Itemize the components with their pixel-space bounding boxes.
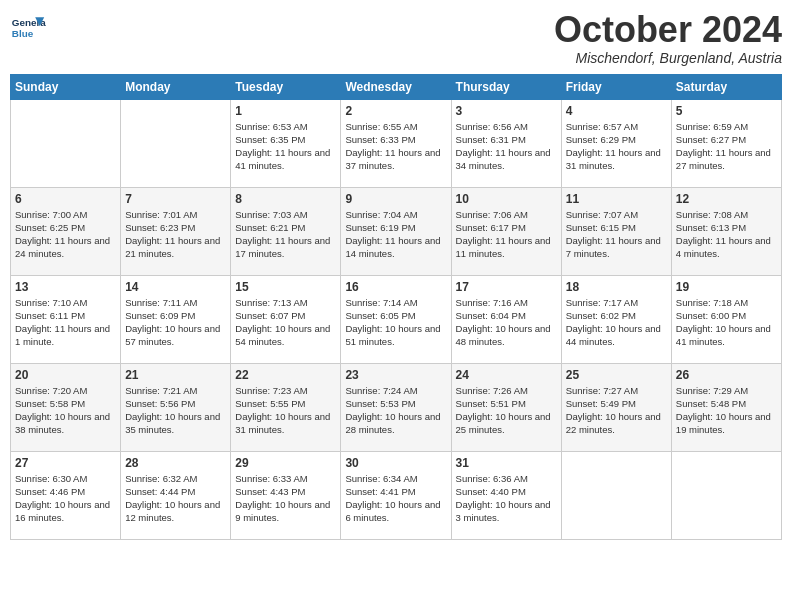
day-info: Sunrise: 6:56 AMSunset: 6:31 PMDaylight:… [456, 120, 557, 173]
weekday-header-friday: Friday [561, 74, 671, 99]
day-number: 11 [566, 192, 667, 206]
day-info: Sunrise: 6:30 AMSunset: 4:46 PMDaylight:… [15, 472, 116, 525]
calendar-cell [561, 451, 671, 539]
day-number: 30 [345, 456, 446, 470]
calendar-cell: 1Sunrise: 6:53 AMSunset: 6:35 PMDaylight… [231, 99, 341, 187]
page-header: General Blue October 2024 Mischendorf, B… [10, 10, 782, 66]
day-info: Sunrise: 7:07 AMSunset: 6:15 PMDaylight:… [566, 208, 667, 261]
day-info: Sunrise: 7:23 AMSunset: 5:55 PMDaylight:… [235, 384, 336, 437]
logo-icon: General Blue [10, 10, 46, 46]
day-info: Sunrise: 7:21 AMSunset: 5:56 PMDaylight:… [125, 384, 226, 437]
day-number: 10 [456, 192, 557, 206]
day-number: 2 [345, 104, 446, 118]
calendar-cell [121, 99, 231, 187]
calendar-cell: 21Sunrise: 7:21 AMSunset: 5:56 PMDayligh… [121, 363, 231, 451]
day-info: Sunrise: 7:10 AMSunset: 6:11 PMDaylight:… [15, 296, 116, 349]
day-number: 23 [345, 368, 446, 382]
calendar-cell: 8Sunrise: 7:03 AMSunset: 6:21 PMDaylight… [231, 187, 341, 275]
calendar-cell: 29Sunrise: 6:33 AMSunset: 4:43 PMDayligh… [231, 451, 341, 539]
calendar-cell: 26Sunrise: 7:29 AMSunset: 5:48 PMDayligh… [671, 363, 781, 451]
calendar-cell: 23Sunrise: 7:24 AMSunset: 5:53 PMDayligh… [341, 363, 451, 451]
calendar-cell: 28Sunrise: 6:32 AMSunset: 4:44 PMDayligh… [121, 451, 231, 539]
day-info: Sunrise: 7:16 AMSunset: 6:04 PMDaylight:… [456, 296, 557, 349]
logo: General Blue [10, 10, 50, 46]
calendar-cell: 14Sunrise: 7:11 AMSunset: 6:09 PMDayligh… [121, 275, 231, 363]
calendar-cell: 24Sunrise: 7:26 AMSunset: 5:51 PMDayligh… [451, 363, 561, 451]
day-number: 9 [345, 192, 446, 206]
calendar-cell: 20Sunrise: 7:20 AMSunset: 5:58 PMDayligh… [11, 363, 121, 451]
day-number: 5 [676, 104, 777, 118]
calendar-cell: 15Sunrise: 7:13 AMSunset: 6:07 PMDayligh… [231, 275, 341, 363]
calendar-week-5: 27Sunrise: 6:30 AMSunset: 4:46 PMDayligh… [11, 451, 782, 539]
weekday-header-wednesday: Wednesday [341, 74, 451, 99]
calendar-cell: 13Sunrise: 7:10 AMSunset: 6:11 PMDayligh… [11, 275, 121, 363]
weekday-header-saturday: Saturday [671, 74, 781, 99]
day-info: Sunrise: 6:59 AMSunset: 6:27 PMDaylight:… [676, 120, 777, 173]
day-info: Sunrise: 7:03 AMSunset: 6:21 PMDaylight:… [235, 208, 336, 261]
day-number: 28 [125, 456, 226, 470]
day-number: 26 [676, 368, 777, 382]
calendar-cell: 10Sunrise: 7:06 AMSunset: 6:17 PMDayligh… [451, 187, 561, 275]
calendar-week-4: 20Sunrise: 7:20 AMSunset: 5:58 PMDayligh… [11, 363, 782, 451]
day-info: Sunrise: 7:04 AMSunset: 6:19 PMDaylight:… [345, 208, 446, 261]
day-info: Sunrise: 7:11 AMSunset: 6:09 PMDaylight:… [125, 296, 226, 349]
calendar-cell: 17Sunrise: 7:16 AMSunset: 6:04 PMDayligh… [451, 275, 561, 363]
calendar-cell: 9Sunrise: 7:04 AMSunset: 6:19 PMDaylight… [341, 187, 451, 275]
day-info: Sunrise: 7:27 AMSunset: 5:49 PMDaylight:… [566, 384, 667, 437]
calendar-cell: 18Sunrise: 7:17 AMSunset: 6:02 PMDayligh… [561, 275, 671, 363]
day-info: Sunrise: 7:24 AMSunset: 5:53 PMDaylight:… [345, 384, 446, 437]
day-number: 14 [125, 280, 226, 294]
day-info: Sunrise: 7:14 AMSunset: 6:05 PMDaylight:… [345, 296, 446, 349]
calendar-cell: 19Sunrise: 7:18 AMSunset: 6:00 PMDayligh… [671, 275, 781, 363]
day-number: 7 [125, 192, 226, 206]
svg-text:Blue: Blue [12, 28, 34, 39]
day-number: 19 [676, 280, 777, 294]
calendar-cell: 25Sunrise: 7:27 AMSunset: 5:49 PMDayligh… [561, 363, 671, 451]
weekday-header-sunday: Sunday [11, 74, 121, 99]
calendar-cell [671, 451, 781, 539]
title-block: October 2024 Mischendorf, Burgenland, Au… [554, 10, 782, 66]
day-number: 29 [235, 456, 336, 470]
weekday-header-row: SundayMondayTuesdayWednesdayThursdayFrid… [11, 74, 782, 99]
calendar-cell: 30Sunrise: 6:34 AMSunset: 4:41 PMDayligh… [341, 451, 451, 539]
day-number: 13 [15, 280, 116, 294]
day-info: Sunrise: 6:53 AMSunset: 6:35 PMDaylight:… [235, 120, 336, 173]
day-number: 22 [235, 368, 336, 382]
calendar-cell: 22Sunrise: 7:23 AMSunset: 5:55 PMDayligh… [231, 363, 341, 451]
calendar-cell: 11Sunrise: 7:07 AMSunset: 6:15 PMDayligh… [561, 187, 671, 275]
weekday-header-thursday: Thursday [451, 74, 561, 99]
location: Mischendorf, Burgenland, Austria [554, 50, 782, 66]
calendar-cell: 6Sunrise: 7:00 AMSunset: 6:25 PMDaylight… [11, 187, 121, 275]
day-number: 12 [676, 192, 777, 206]
calendar-cell: 3Sunrise: 6:56 AMSunset: 6:31 PMDaylight… [451, 99, 561, 187]
day-number: 31 [456, 456, 557, 470]
day-info: Sunrise: 6:32 AMSunset: 4:44 PMDaylight:… [125, 472, 226, 525]
day-info: Sunrise: 7:17 AMSunset: 6:02 PMDaylight:… [566, 296, 667, 349]
day-number: 24 [456, 368, 557, 382]
day-info: Sunrise: 7:08 AMSunset: 6:13 PMDaylight:… [676, 208, 777, 261]
month-title: October 2024 [554, 10, 782, 50]
calendar-table: SundayMondayTuesdayWednesdayThursdayFrid… [10, 74, 782, 540]
day-number: 4 [566, 104, 667, 118]
day-number: 6 [15, 192, 116, 206]
day-info: Sunrise: 6:33 AMSunset: 4:43 PMDaylight:… [235, 472, 336, 525]
day-number: 15 [235, 280, 336, 294]
calendar-cell: 4Sunrise: 6:57 AMSunset: 6:29 PMDaylight… [561, 99, 671, 187]
day-number: 25 [566, 368, 667, 382]
day-info: Sunrise: 7:13 AMSunset: 6:07 PMDaylight:… [235, 296, 336, 349]
day-number: 17 [456, 280, 557, 294]
day-number: 27 [15, 456, 116, 470]
day-info: Sunrise: 6:57 AMSunset: 6:29 PMDaylight:… [566, 120, 667, 173]
calendar-cell: 2Sunrise: 6:55 AMSunset: 6:33 PMDaylight… [341, 99, 451, 187]
day-info: Sunrise: 7:20 AMSunset: 5:58 PMDaylight:… [15, 384, 116, 437]
day-info: Sunrise: 7:29 AMSunset: 5:48 PMDaylight:… [676, 384, 777, 437]
day-info: Sunrise: 6:36 AMSunset: 4:40 PMDaylight:… [456, 472, 557, 525]
calendar-cell: 7Sunrise: 7:01 AMSunset: 6:23 PMDaylight… [121, 187, 231, 275]
calendar-cell: 31Sunrise: 6:36 AMSunset: 4:40 PMDayligh… [451, 451, 561, 539]
calendar-week-1: 1Sunrise: 6:53 AMSunset: 6:35 PMDaylight… [11, 99, 782, 187]
day-number: 8 [235, 192, 336, 206]
weekday-header-tuesday: Tuesday [231, 74, 341, 99]
calendar-week-3: 13Sunrise: 7:10 AMSunset: 6:11 PMDayligh… [11, 275, 782, 363]
day-number: 20 [15, 368, 116, 382]
calendar-cell: 27Sunrise: 6:30 AMSunset: 4:46 PMDayligh… [11, 451, 121, 539]
